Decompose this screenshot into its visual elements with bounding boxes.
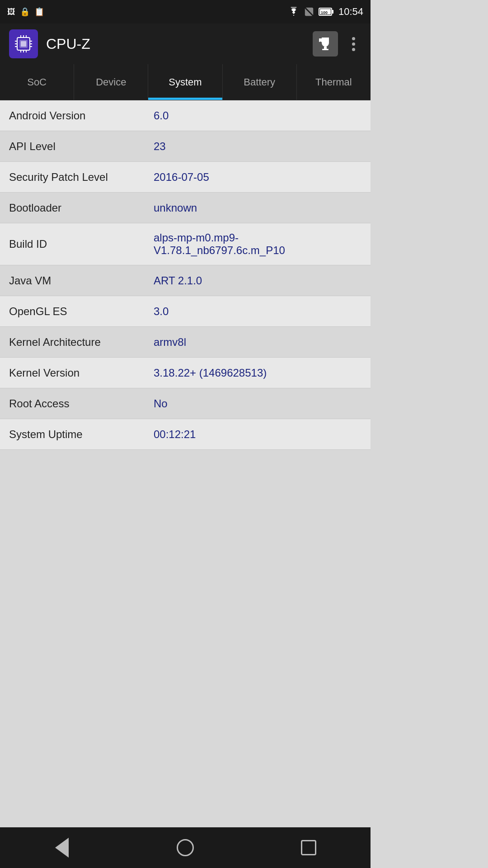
info-label: Kernel Version: [0, 358, 145, 388]
more-dot-2: [352, 42, 355, 46]
info-value: 00:12:21: [145, 419, 371, 449]
tab-battery[interactable]: Battery: [223, 64, 297, 100]
info-label: System Uptime: [0, 419, 145, 449]
app-title: CPU-Z: [46, 36, 305, 52]
home-button[interactable]: [169, 832, 201, 863]
photo-icon: 🖼: [7, 7, 15, 17]
status-right-icons: 100 10:54: [288, 6, 363, 18]
table-row: Security Patch Level2016-07-05: [0, 162, 371, 193]
info-value: 2016-07-05: [145, 162, 371, 192]
info-label: Bootloader: [0, 193, 145, 223]
table-row: Android Version6.0: [0, 100, 371, 131]
more-options-button[interactable]: [345, 31, 361, 57]
more-dot-1: [352, 37, 355, 40]
trophy-button[interactable]: [313, 31, 338, 57]
tab-thermal[interactable]: Thermal: [297, 64, 371, 100]
more-dot-3: [352, 48, 355, 51]
tab-system[interactable]: System: [148, 64, 222, 100]
app-icon: [9, 29, 38, 58]
home-icon: [177, 839, 194, 856]
recents-icon: [301, 840, 316, 855]
wifi-icon: [288, 7, 300, 17]
table-row: Kernel Architecturearmv8l: [0, 327, 371, 358]
table-row: API Level23: [0, 131, 371, 162]
svg-text:100: 100: [321, 10, 328, 15]
tab-device[interactable]: Device: [74, 64, 148, 100]
info-value: 3.0: [145, 296, 371, 326]
lock-icon: 🔒: [20, 7, 30, 17]
app-bar: CPU-Z: [0, 24, 371, 64]
battery-icon: 100: [319, 8, 334, 16]
svg-rect-4: [332, 10, 333, 14]
info-value: 6.0: [145, 100, 371, 131]
table-row: Java VMART 2.1.0: [0, 265, 371, 296]
toolbar-actions: [313, 31, 361, 57]
info-value: unknown: [145, 193, 371, 223]
info-value: No: [145, 388, 371, 419]
info-label: API Level: [0, 131, 145, 161]
info-label: Build ID: [0, 223, 145, 265]
info-label: Java VM: [0, 265, 145, 296]
info-value: armv8l: [145, 327, 371, 357]
info-label: Kernel Architecture: [0, 327, 145, 357]
back-icon: [55, 838, 69, 858]
svg-rect-22: [322, 49, 328, 50]
info-value: alps-mp-m0.mp9-V1.78.1_nb6797.6c.m_P10: [145, 223, 371, 265]
table-row: Bootloaderunknown: [0, 193, 371, 223]
table-row: Build IDalps-mp-m0.mp9-V1.78.1_nb6797.6c…: [0, 223, 371, 265]
table-row: Root AccessNo: [0, 388, 371, 419]
back-button[interactable]: [46, 832, 78, 863]
tab-soc[interactable]: SoC: [0, 64, 74, 100]
table-row: Kernel Version3.18.22+ (1469628513): [0, 358, 371, 388]
status-time: 10:54: [338, 6, 363, 18]
bottom-navigation: [0, 827, 371, 868]
info-label: OpenGL ES: [0, 296, 145, 326]
status-left-icons: 🖼 🔒 📋: [7, 7, 44, 17]
recents-button[interactable]: [293, 832, 324, 863]
no-sim-icon: [304, 7, 314, 17]
status-bar: 🖼 🔒 📋 100 10:54: [0, 0, 371, 24]
info-value: 23: [145, 131, 371, 161]
table-row: OpenGL ES3.0: [0, 296, 371, 327]
system-info-list: Android Version6.0API Level23Security Pa…: [0, 100, 371, 450]
clipboard-icon: 📋: [34, 7, 44, 17]
svg-rect-20: [21, 41, 26, 47]
info-label: Android Version: [0, 100, 145, 131]
info-label: Security Patch Level: [0, 162, 145, 192]
svg-rect-21: [324, 47, 327, 49]
info-label: Root Access: [0, 388, 145, 419]
info-value: 3.18.22+ (1469628513): [145, 358, 371, 388]
table-row: System Uptime00:12:21: [0, 419, 371, 450]
info-value: ART 2.1.0: [145, 265, 371, 296]
tab-bar: SoC Device System Battery Thermal: [0, 64, 371, 100]
